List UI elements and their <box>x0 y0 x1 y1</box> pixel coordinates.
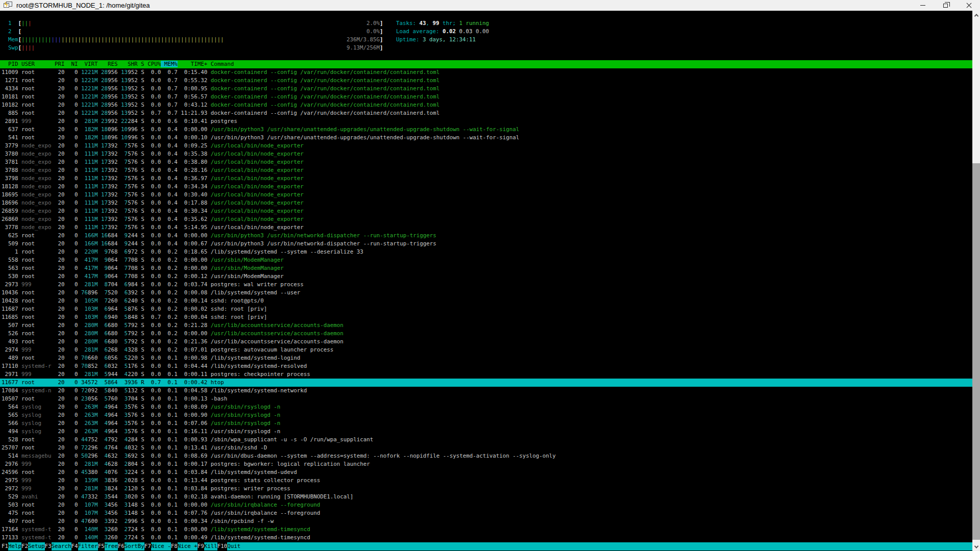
process-row[interactable]: 26860 node_expo 20 0 111M 17392 7576 S 0… <box>2 215 304 223</box>
column-header-virt[interactable]: VIRT <box>78 61 98 67</box>
process-row[interactable]: 514 messagebu 20 0 50296 4632 3692 S 0.0… <box>2 452 556 460</box>
process-row[interactable]: 2971 999 20 0 281M 5944 4220 S 0.0 0.1 0… <box>2 370 310 379</box>
column-header-user[interactable]: USER <box>18 61 52 67</box>
fn-key-f8[interactable]: F8 <box>171 542 178 550</box>
fn-label-quit[interactable]: Quit <box>227 542 240 550</box>
process-row[interactable]: 3798 node_expo 20 0 111M 17392 7576 S 0.… <box>2 174 304 183</box>
process-row[interactable]: 11685 root 20 0 103M 6940 5848 S 0.7 0.2… <box>2 313 267 321</box>
process-row[interactable]: 24596 root 20 0 45380 4076 3224 S 0.0 0.… <box>2 468 297 477</box>
process-row[interactable]: 493 root 20 0 280M 6680 5792 S 0.0 0.2 0… <box>2 338 344 346</box>
column-header-ni[interactable]: NI <box>65 61 78 67</box>
column-header-pid[interactable]: PID <box>2 61 18 67</box>
process-row[interactable]: 526 root 20 0 280M 6680 5792 S 0.0 0.2 0… <box>2 330 344 338</box>
fn-label-sortby[interactable]: SortBy <box>125 542 144 550</box>
fn-key-f7[interactable]: F7 <box>144 542 151 550</box>
process-row[interactable]: 2973 999 20 0 281M 8704 6984 S 0.0 0.2 0… <box>2 281 304 289</box>
process-row[interactable]: 407 root 20 0 47600 3392 2996 S 0.0 0.1 … <box>2 517 274 525</box>
fn-label-setup[interactable]: Setup <box>28 542 45 550</box>
fn-key-f9[interactable]: F9 <box>198 542 204 550</box>
fn-label-nice[interactable]: Nice - <box>151 542 171 550</box>
process-row[interactable]: 564 syslog 20 0 263M 4964 3576 S 0.0 0.1… <box>2 403 280 411</box>
fn-label-help[interactable]: Help <box>8 542 21 550</box>
process-row[interactable]: 3779 node_expo 20 0 111M 17392 7576 S 0.… <box>2 142 304 150</box>
process-row[interactable]: 26859 node_expo 20 0 111M 17392 7576 S 0… <box>2 207 304 215</box>
scrollbar[interactable] <box>972 11 980 551</box>
restore-button[interactable] <box>934 0 957 11</box>
process-row[interactable]: 2891 999 20 0 281M 23992 22284 S 0.0 0.6… <box>2 117 237 126</box>
process-row[interactable]: 4334 root 20 0 1221M 28956 13952 S 0.0 0… <box>2 85 439 93</box>
column-header-s[interactable]: S <box>138 61 144 67</box>
process-row[interactable]: 507 root 20 0 280M 6680 5792 S 0.0 0.2 0… <box>2 321 344 330</box>
close-button[interactable] <box>957 0 980 11</box>
process-row[interactable]: 17133 systemd-t 20 0 140M 3260 2724 S 0.… <box>2 534 310 542</box>
fn-label-nice[interactable]: Nice + <box>178 542 198 550</box>
process-row[interactable]: 17084 systemd-n 20 0 72092 5840 5132 S 0… <box>2 387 307 395</box>
process-row[interactable]: 529 avahi 20 0 47332 3544 3020 S 0.0 0.1… <box>2 493 353 501</box>
fn-key-f6[interactable]: F6 <box>118 542 125 550</box>
process-row[interactable]: 2976 999 20 0 281M 4628 2804 S 0.0 0.1 0… <box>2 460 370 468</box>
process-row[interactable]: 3778 node_expo 20 0 111M 17392 7576 S 0.… <box>2 223 304 232</box>
column-header-mem[interactable]: MEM% <box>161 61 178 67</box>
column-header-res[interactable]: RES <box>98 61 118 67</box>
process-row[interactable]: 489 root 20 0 70660 6056 5220 S 0.0 0.1 … <box>2 354 300 362</box>
process-row[interactable]: 2972 999 20 0 281M 3824 2120 S 0.0 0.1 0… <box>2 485 290 493</box>
process-row[interactable]: 3781 node_expo 20 0 111M 17392 7576 S 0.… <box>2 158 304 166</box>
fn-label-filter[interactable]: Filter <box>78 542 98 550</box>
process-row[interactable]: 10428 root 20 0 105M 7260 6240 S 0.0 0.2… <box>2 297 264 305</box>
process-row[interactable]: 17110 systemd-r 20 0 70852 6032 5176 S 0… <box>2 362 307 370</box>
process-row[interactable]: 2974 999 20 0 281M 6268 4328 S 0.0 0.2 0… <box>2 346 333 354</box>
process-row[interactable]: 18128 node_expo 20 0 111M 17392 7576 S 0… <box>2 183 304 191</box>
scroll-down-arrow-icon[interactable] <box>972 542 980 551</box>
scroll-up-arrow-icon[interactable] <box>972 11 980 19</box>
process-row[interactable]: 3780 node_expo 20 0 111M 17392 7576 S 0.… <box>2 150 304 158</box>
column-header-shr[interactable]: SHR <box>118 61 138 67</box>
process-row[interactable]: 494 syslog 20 0 263M 4964 3576 S 0.0 0.1… <box>2 428 280 436</box>
process-row[interactable]: 566 syslog 20 0 263M 4964 3576 S 0.0 0.1… <box>2 419 280 428</box>
process-row[interactable]: 528 root 20 0 44752 4792 4284 S 0.0 0.1 … <box>2 436 373 444</box>
fn-key-f1[interactable]: F1 <box>0 542 8 550</box>
fn-key-f10[interactable]: F10 <box>217 542 228 550</box>
fn-key-f4[interactable]: F4 <box>71 542 78 550</box>
fn-key-f2[interactable]: F2 <box>21 542 28 550</box>
process-row[interactable]: 1 root 20 0 220M 9768 6972 S 0.0 0.2 0:1… <box>2 248 363 256</box>
process-row[interactable]: 885 root 20 0 1221M 28956 13952 S 0.7 0.… <box>2 109 439 117</box>
process-row[interactable]: 530 root 20 0 417M 9064 7708 S 0.0 0.2 0… <box>2 272 284 281</box>
process-row[interactable]: 509 root 20 0 166M 16684 9244 S 0.0 0.4 … <box>2 240 436 248</box>
process-row[interactable]: 10507 root 20 0 23056 5760 3704 S 0.0 0.… <box>2 395 227 403</box>
process-row[interactable]: 563 root 20 0 417M 9064 7708 S 0.0 0.2 0… <box>2 264 284 272</box>
cpu-percent: 0.0 <box>144 142 161 149</box>
process-row[interactable]: 625 root 20 0 166M 16684 9244 S 0.0 0.4 … <box>2 232 436 240</box>
process-row[interactable]: 558 root 20 0 417M 9064 7708 S 0.0 0.2 0… <box>2 256 284 264</box>
process-row[interactable]: 11009 root 20 0 1221M 28956 13952 S 0.0 … <box>2 68 439 77</box>
process-row[interactable]: 541 root 20 0 182M 18096 10996 S 0.0 0.4… <box>2 134 519 142</box>
fn-label-kill[interactable]: Kill <box>204 542 217 550</box>
process-row[interactable]: 11687 root 20 0 103M 6964 5876 S 0.0 0.2… <box>2 305 267 313</box>
scrollbar-thumb[interactable] <box>972 163 980 540</box>
process-row[interactable]: 2975 999 20 0 139M 3836 2028 S 0.0 0.1 0… <box>2 477 320 485</box>
process-row[interactable]: 565 syslog 20 0 263M 4964 3576 S 0.0 0.1… <box>2 411 280 419</box>
process-row[interactable]: 10436 root 20 0 76896 7520 6392 S 0.0 0.… <box>2 289 300 297</box>
column-header-cpu[interactable]: CPU% <box>144 61 161 67</box>
mem-value: 392 <box>108 151 118 157</box>
process-row[interactable]: 11677 root 20 0 34572 5864 3936 R 0.7 0.… <box>0 379 972 387</box>
fn-label-tree[interactable]: Tree <box>105 542 118 550</box>
process-row[interactable]: 10182 root 20 0 1221M 28956 13952 S 0.0 … <box>2 101 439 109</box>
process-row[interactable]: 18695 node_expo 20 0 111M 17392 7576 S 0… <box>2 191 304 199</box>
process-row[interactable]: 25707 root 20 0 72296 4764 4032 S 0.0 0.… <box>2 444 267 452</box>
column-header-command[interactable]: Command <box>207 61 234 67</box>
process-row[interactable]: 3788 node_expo 20 0 111M 17392 7576 S 0.… <box>2 166 304 174</box>
column-header-time[interactable]: TIME+ <box>178 61 208 67</box>
process-row[interactable]: 475 root 20 0 107M 3456 3148 S 0.0 0.1 0… <box>2 509 320 517</box>
process-row[interactable]: 637 root 20 0 182M 18096 10996 S 0.0 0.4… <box>2 126 519 134</box>
mem-value: 028 <box>128 477 138 484</box>
column-header-pri[interactable]: PRI <box>52 61 65 67</box>
process-row[interactable]: 17164 systemd-t 20 0 140M 3260 2724 S 0.… <box>2 525 310 534</box>
fn-key-f3[interactable]: F3 <box>45 542 52 550</box>
fn-key-f5[interactable]: F5 <box>98 542 105 550</box>
process-row[interactable]: 503 root 20 0 107M 3456 3148 S 0.0 0.1 0… <box>2 501 320 509</box>
fn-label-search[interactable]: Search <box>52 542 71 550</box>
minimize-button[interactable] <box>911 0 934 11</box>
process-row[interactable]: 18696 node_expo 20 0 111M 17392 7576 S 0… <box>2 199 304 207</box>
process-row[interactable]: 10181 root 20 0 1221M 28956 13952 S 0.0 … <box>2 93 439 101</box>
process-row[interactable]: 1271 root 20 0 1221M 28956 13952 S 0.0 0… <box>2 77 439 85</box>
